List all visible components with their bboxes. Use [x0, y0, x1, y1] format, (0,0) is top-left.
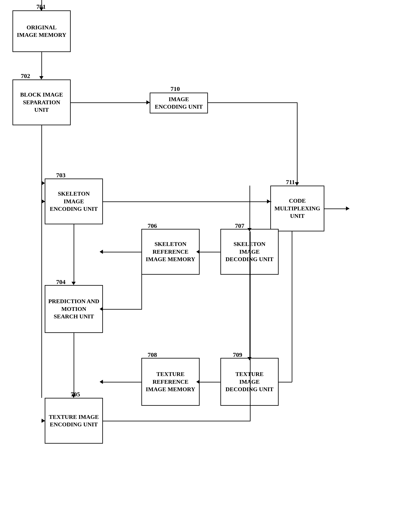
arrow-701-702	[41, 52, 42, 77]
label-707: 707	[235, 222, 244, 229]
label-705: 705	[71, 391, 80, 398]
arrow-711-707	[249, 186, 250, 229]
code-multiplexing-label: CODE MULTIPLEXING UNIT	[274, 197, 320, 220]
label-704: 704	[56, 278, 66, 285]
arrow-705-bus-v	[250, 231, 251, 421]
label-709: 709	[233, 351, 242, 358]
arrow-709-right	[279, 382, 292, 382]
texture-image-encoding-box: TEXTURE IMAGE ENCODING UNIT	[45, 398, 103, 444]
prediction-motion-search-label: PREDICTION AND MOTION SEARCH UNIT	[48, 297, 99, 320]
arrow-skelref-texref	[141, 309, 142, 310]
arrowhead-706-703	[100, 250, 103, 254]
arrowhead-output	[346, 206, 349, 211]
skeleton-reference-image-label: SKELETON REFERENCE IMAGE MEMORY	[146, 240, 195, 263]
arrow-711-output	[324, 208, 349, 209]
arrow-706-down	[141, 275, 142, 309]
texture-reference-image-label: TEXTURE REFERENCE IMAGE MEMORY	[146, 370, 195, 393]
arrowhead-702-710	[146, 100, 150, 105]
code-multiplexing-box: CODE MULTIPLEXING UNIT	[270, 186, 324, 231]
arrow-706-703-h	[103, 252, 141, 252]
arrowhead-703-711	[267, 199, 270, 204]
arrowhead-input-701	[39, 8, 44, 11]
skeleton-image-encoding-box: SKELETON IMAGE ENCODING UNIT	[45, 179, 103, 224]
skeleton-image-encoding-label: SKELETON IMAGE ENCODING UNIT	[50, 190, 98, 213]
arrowhead-702-703	[42, 181, 45, 185]
arrowhead-708-704	[100, 380, 103, 384]
arrow-705-bus	[103, 421, 251, 421]
arrow-ref-704	[103, 309, 141, 310]
arrowhead-bus-709	[248, 357, 252, 360]
label-706: 706	[148, 222, 157, 229]
skeleton-reference-image-box: SKELETON REFERENCE IMAGE MEMORY	[141, 229, 200, 275]
arrow-704-705	[74, 333, 74, 395]
arrow-left-main	[41, 125, 42, 398]
arrowhead-711	[295, 182, 299, 186]
label-708: 708	[148, 351, 157, 358]
arrow-709-708	[200, 382, 220, 382]
image-encoding-label: IMAGE ENCODING UNIT	[155, 96, 203, 111]
arrowhead-711-707	[248, 228, 252, 231]
arrow-707-706	[200, 252, 220, 252]
label-710: 710	[171, 85, 180, 92]
label-703: 703	[56, 172, 66, 179]
image-encoding-box: IMAGE ENCODING UNIT	[150, 93, 208, 114]
arrow-710-right	[208, 102, 297, 103]
block-image-separation-box: BLOCK IMAGE SEPARATION UNIT	[13, 79, 71, 125]
original-image-memory-label: ORIGINAL IMAGE MEMORY	[17, 24, 66, 39]
arrow-right-711	[297, 102, 298, 183]
prediction-motion-search-box: PREDICTION AND MOTION SEARCH UNIT	[45, 285, 103, 333]
arrowhead-703-704	[72, 282, 76, 285]
block-image-separation-label: BLOCK IMAGE SEPARATION UNIT	[20, 91, 63, 114]
texture-reference-image-box: TEXTURE REFERENCE IMAGE MEMORY	[141, 358, 200, 406]
texture-image-decoding-box: TEXTURE IMAGE DECODING UNIT	[220, 358, 279, 406]
arrowhead-rail-705	[42, 419, 45, 423]
arrowhead-rail-703	[42, 199, 45, 204]
arrow-703-711	[103, 201, 271, 202]
arrow-708-704	[103, 382, 141, 382]
arrowhead-709-708	[196, 380, 200, 384]
arrowhead-707-706	[196, 250, 200, 254]
texture-image-decoding-label: TEXTURE IMAGE DECODING UNIT	[225, 370, 273, 393]
label-711: 711	[286, 179, 295, 186]
arrowhead-ref-704	[100, 307, 103, 311]
label-702: 702	[21, 72, 30, 79]
arrow-702-710	[71, 102, 150, 103]
texture-image-encoding-label: TEXTURE IMAGE ENCODING UNIT	[49, 413, 99, 428]
arrowhead-701-702	[39, 76, 44, 79]
arrow-703-704	[74, 224, 74, 282]
original-image-memory-box: ORIGINAL IMAGE MEMORY	[13, 10, 71, 52]
arrow-709-up	[292, 231, 292, 382]
